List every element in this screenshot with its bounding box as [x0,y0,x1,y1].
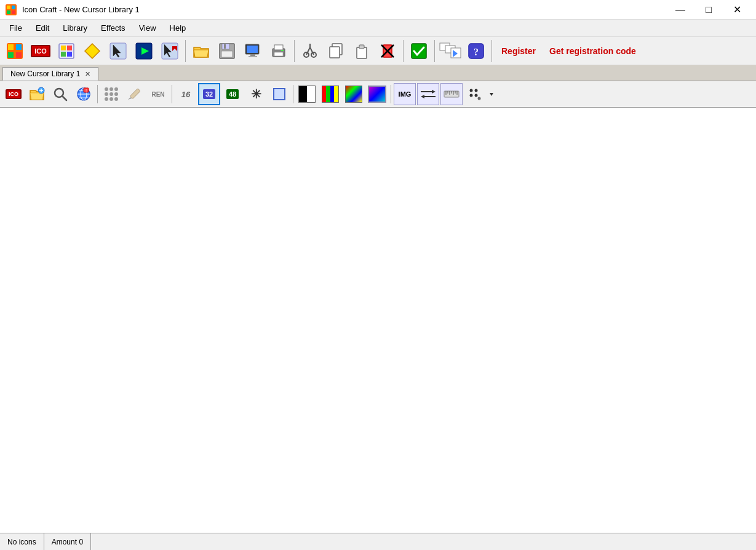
toolbar-cursor-select[interactable] [157,39,182,63]
menu-bar: File Edit Library Effects View Help [0,20,756,37]
icon-btn-square[interactable] [268,83,290,105]
icon-btn-open[interactable] [26,83,48,105]
icon-btn-custom-size[interactable]: ✳ [245,83,267,105]
svg-rect-8 [8,52,14,58]
svg-rect-6 [8,44,14,50]
toolbar-app-icon[interactable] [2,39,27,63]
toolbar-library-button[interactable] [54,39,79,63]
toolbar-open-button[interactable] [189,39,213,63]
title-bar-left: Icon Craft - New Cursor Library 1 [5,4,140,16]
toolbar-sep-4 [434,40,435,62]
icon-btn-options[interactable] [464,83,486,105]
icon-btn-size16[interactable]: 16 [175,83,197,105]
register-button[interactable]: Register [495,44,542,58]
svg-rect-29 [250,54,255,56]
icon-btn-color-preview[interactable] [319,83,341,105]
menu-help[interactable]: Help [163,20,193,36]
size-16-label: 16 [181,90,190,99]
icon-btn-fullcolor-preview[interactable] [343,83,365,105]
toolbar-validate-button[interactable] [407,39,431,63]
svg-rect-13 [61,52,66,57]
svg-rect-25 [221,51,233,57]
doc-tab-area: New Cursor Library 1 ✕ [0,65,756,81]
icon-btn-size48[interactable]: 48 [221,83,244,105]
icon-btn-grid[interactable] [100,83,122,105]
minimize-button[interactable]: — [666,0,694,20]
doc-tab-label: New Cursor Library 1 [10,70,80,78]
toolbar-help-button[interactable]: ? [464,39,488,63]
icon-btn-new-ico[interactable]: ICO [2,83,25,105]
svg-rect-14 [67,52,72,57]
status-bar: No icons Amount 0 [0,533,756,550]
svg-rect-75 [130,89,140,99]
toolbar-cursor-arrow[interactable] [106,39,130,63]
ren-label: REN [151,91,164,98]
title-bar-controls: — □ ✕ [666,0,751,20]
monitor-preview-box [368,86,386,103]
toolbar-ico-button[interactable]: ICO [28,39,53,63]
icon-btn-exchange[interactable] [417,83,439,105]
status-no-icons: No icons [0,533,44,550]
svg-point-90 [470,89,473,92]
toolbar-animate-button[interactable] [132,39,156,63]
menu-library[interactable]: Library [56,20,94,36]
svg-marker-15 [85,44,100,58]
close-button[interactable]: ✕ [723,0,751,20]
img-label: IMG [399,90,412,98]
icon-btn-search[interactable] [49,83,71,105]
svg-point-91 [470,94,473,97]
svg-rect-26 [224,44,226,49]
svg-point-93 [475,94,478,97]
toolbar-delete-button[interactable] [375,39,400,63]
svg-point-73 [109,97,113,101]
svg-rect-28 [247,46,258,53]
svg-point-69 [105,92,108,96]
maximize-button[interactable]: □ [694,0,723,20]
svg-rect-43 [359,45,364,49]
toolbar-new-button[interactable] [80,39,105,63]
toolbar-cut-button[interactable] [298,39,322,63]
menu-view[interactable]: View [132,20,163,36]
toolbar-paste-button[interactable] [349,39,374,63]
toolbar-print-button[interactable] [266,39,291,63]
icon-sep-1 [97,85,98,103]
app-icon [5,4,17,16]
svg-rect-1 [7,6,10,9]
svg-rect-77 [274,89,285,100]
menu-file[interactable]: File [2,20,29,36]
icon-btn-ruler[interactable] [440,83,463,105]
svg-line-58 [62,96,66,100]
svg-rect-4 [12,10,15,14]
svg-point-74 [114,97,118,101]
icon-btn-img[interactable]: IMG [394,83,416,105]
icon-btn-edit[interactable] [124,83,146,105]
app-title: Icon Craft - New Cursor Library 1 [22,5,140,14]
toolbar-sep-2 [294,40,295,62]
no-icons-text: No icons [7,538,36,546]
icon-btn-globe[interactable]: ! [73,83,95,105]
main-toolbar: ICO [0,37,756,65]
icon-btn-monitor-preview[interactable] [366,83,388,105]
icon-btn-dropdown[interactable] [487,83,496,105]
bw-preview-box [298,86,316,103]
menu-effects[interactable]: Effects [94,20,132,36]
toolbar-monitor-button[interactable] [241,39,265,63]
doc-tab[interactable]: New Cursor Library 1 ✕ [2,67,98,81]
svg-rect-3 [7,10,10,14]
menu-edit[interactable]: Edit [29,20,56,36]
toolbar-sep-1 [185,40,186,62]
status-amount: Amount 0 [44,533,91,550]
svg-point-68 [114,87,118,91]
icon-btn-rename[interactable]: REN [147,83,169,105]
svg-rect-32 [274,45,283,50]
svg-rect-9 [16,52,22,58]
toolbar-multi-image[interactable] [438,39,463,63]
svg-point-72 [105,97,108,101]
toolbar-save-button[interactable] [215,39,239,63]
icon-btn-bw-preview[interactable] [296,83,318,105]
svg-rect-41 [330,47,340,58]
toolbar-copy-button[interactable] [324,39,348,63]
doc-tab-close[interactable]: ✕ [85,70,90,78]
get-registration-button[interactable]: Get registration code [543,44,642,58]
icon-btn-size32[interactable]: 32 [198,83,220,105]
